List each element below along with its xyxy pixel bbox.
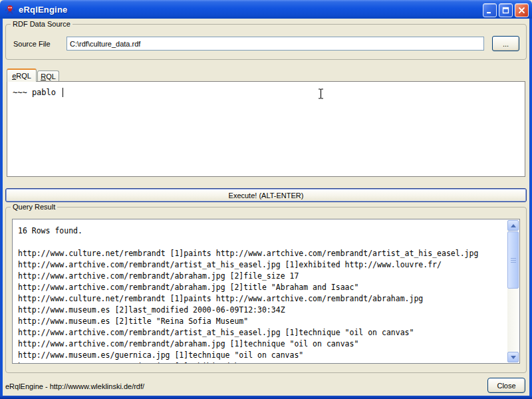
result-row: http://www.artchive.com/rembrandt/abraha…: [18, 338, 507, 350]
window-title: eRqlEngine: [19, 5, 68, 15]
result-row: http://www.museum.es [2]title "Reina Sof…: [18, 316, 507, 327]
result-row: http://www.artchive.com/rembrandt/abraha…: [18, 271, 507, 282]
scroll-down-button[interactable]: [507, 352, 519, 362]
close-icon: [518, 7, 525, 14]
result-row: http://www.culture.net/rembrandt [1]pain…: [18, 248, 507, 259]
i-beam-cursor-icon: [317, 88, 325, 99]
window-border-right: [529, 19, 532, 399]
erqlengine-window: { "window": { "title": "eRqlEngine", "co…: [0, 0, 532, 399]
result-row: http://www.artchive.com/rembrandt/artist…: [18, 327, 507, 338]
result-row: http://www.artchive.com/rembrandt/abraha…: [18, 282, 507, 293]
chevron-down-icon: [511, 356, 516, 359]
close-window-button[interactable]: [515, 3, 529, 17]
tab-rql-label: QL: [46, 72, 56, 80]
source-file-input[interactable]: [66, 37, 484, 51]
query-editor[interactable]: ~~~ pablo: [7, 81, 525, 177]
scroll-up-button[interactable]: [507, 220, 519, 231]
result-row: http://www.culture.net/rembrandt [1]pain…: [18, 293, 507, 305]
source-file-label: Source File: [13, 40, 51, 48]
window-border-bottom: [0, 396, 532, 399]
result-row: http://www.artchive.com/rembrandt/artist…: [18, 259, 507, 271]
tab-erql[interactable]: eRQL: [7, 68, 37, 82]
close-button[interactable]: Close: [487, 378, 525, 393]
scrollbar-thumb[interactable]: [507, 231, 519, 289]
query-result-group-label: Query Result: [11, 203, 57, 211]
rdf-data-source-group-label: RDF Data Source: [11, 20, 72, 29]
result-row: http://www.museum.es/guernica.jpg [1]tec…: [18, 350, 507, 361]
query-editor-text: ~~~ pablo: [13, 88, 56, 97]
app-icon: [5, 4, 15, 15]
result-row: http://www.museum.es [2]last_modified 20…: [18, 305, 507, 316]
query-result-rows: 16 Rows found.http://www.culture.net/rem…: [13, 219, 507, 363]
tab-rql-mnemonic: R: [41, 72, 46, 80]
maximize-icon: [502, 7, 509, 14]
result-row: 16 Rows found.: [18, 225, 507, 237]
result-row: [18, 237, 507, 248]
vertical-scrollbar[interactable]: [507, 220, 519, 362]
execute-button[interactable]: Execute! (ALT-ENTER): [5, 188, 527, 202]
minimize-icon: [486, 7, 493, 14]
maximize-button[interactable]: [499, 3, 513, 17]
query-result-box[interactable]: 16 Rows found.http://www.culture.net/rem…: [12, 219, 520, 364]
chevron-up-icon: [511, 224, 516, 227]
tab-rql[interactable]: RQL: [37, 70, 59, 82]
titlebar[interactable]: eRqlEngine: [0, 0, 532, 19]
tab-erql-label: RQL: [16, 72, 31, 80]
window-border-left: [0, 19, 3, 399]
text-caret: [63, 88, 63, 97]
minimize-button[interactable]: [483, 3, 497, 17]
status-bar-text: eRqlEngine - http://wwww.wleklinski.de/r…: [5, 382, 144, 390]
browse-button[interactable]: ...: [492, 36, 519, 51]
scrollbar-grip-icon: [511, 258, 516, 263]
result-row: http://www.museum.es/guernica.jpg [1]exh…: [18, 361, 507, 363]
window-controls: [483, 3, 529, 17]
